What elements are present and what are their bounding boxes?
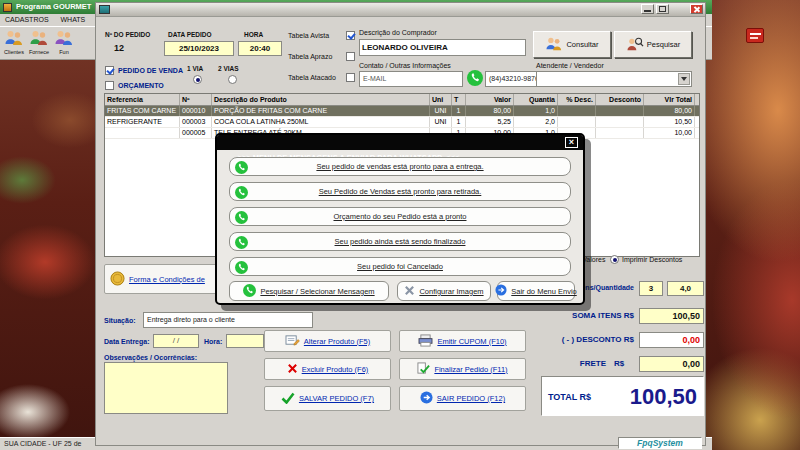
via2-label: 2 VIAS	[218, 65, 239, 72]
statusbar-text: SUA CIDADE - UF 25 de	[4, 440, 81, 447]
imprimir-descontos-label: Imprimir Descontos	[622, 256, 682, 264]
table-row[interactable]: FRITAS COM CARNE000010 PORÇÃO DE FRITAS …	[105, 106, 699, 117]
via2-radio[interactable]	[228, 75, 237, 84]
desktop-shortcut-glyph	[750, 33, 761, 35]
whatsapp-icon	[243, 284, 256, 299]
frete-currency-label: R$	[614, 359, 624, 368]
hora-entrega-field[interactable]	[226, 334, 264, 348]
tabela-avista-checkbox[interactable]	[346, 31, 355, 40]
forma-condicoes-button[interactable]: Forma e Condições de	[104, 264, 232, 294]
atendente-select[interactable]	[536, 71, 692, 87]
toolbar-fornecedores-button[interactable]: Fornece	[27, 29, 51, 59]
msg-orcamento-button[interactable]: Orçamento do seu Pedido está a pronto	[229, 207, 571, 226]
email-input[interactable]: E-MAIL	[359, 71, 463, 87]
soma-itens-field: 100,50	[639, 308, 704, 324]
coin-icon	[110, 271, 125, 288]
col-desc-pct: % Desc.	[558, 94, 596, 105]
window-system-icon	[99, 5, 110, 14]
col-t: T	[452, 94, 466, 105]
sair-pedido-label: SAIR PEDIDO (F12)	[437, 394, 505, 403]
whatsapp-icon[interactable]	[467, 70, 483, 90]
orcamento-label: ORÇAMENTO	[118, 82, 164, 90]
col-desconto: Desconto	[596, 94, 644, 105]
toolbar-clientes-button[interactable]: Clientes	[2, 29, 26, 59]
excluir-produto-button[interactable]: Excluir Produto (F6)	[264, 358, 391, 380]
menu-cadastros[interactable]: CADASTROS	[5, 16, 49, 23]
salvar-pedido-label: SALVAR PEDIDO (F7)	[299, 394, 374, 403]
forma-condicoes-label: Forma e Condições de	[129, 275, 205, 284]
imprimir-descontos-radio[interactable]	[610, 255, 619, 264]
tabela-atacado-checkbox[interactable]	[346, 73, 355, 82]
minimize-button[interactable]	[641, 4, 654, 14]
observacoes-textarea[interactable]	[104, 362, 228, 414]
staff-icon	[54, 29, 74, 48]
maximize-button[interactable]	[656, 4, 669, 14]
toolbar-fornecedores-label: Fornece	[29, 49, 49, 55]
data-pedido-label: DATA PEDIDO	[168, 31, 212, 38]
edit-card-icon	[285, 334, 300, 349]
pesquisar-button[interactable]: Pesquisar	[614, 31, 692, 58]
msg-cancelado-button[interactable]: Seu pedido foi Cancelado	[229, 257, 571, 276]
orcamento-checkbox[interactable]	[105, 81, 114, 90]
pesquisar-label: Pesquisar	[647, 40, 680, 49]
whatsapp-menu-modal: >>> MENU DE MENSAGENS A ENVIAR PARA WHAT…	[215, 133, 585, 305]
consultar-button[interactable]: Consultar	[533, 31, 611, 58]
brand-badge: FpqSystem	[618, 437, 702, 449]
salvar-pedido-button[interactable]: SALVAR PEDIDO (F7)	[264, 386, 391, 411]
hora-pedido-field[interactable]: 20:40	[238, 41, 282, 56]
tabela-atacado-label: Tabela Atacado	[288, 74, 336, 82]
close-button[interactable]	[690, 4, 703, 14]
msg-retirada-label: Seu Pedido de Vendas está pronto para re…	[319, 187, 482, 196]
alterar-produto-button[interactable]: Alterar Produto (F5)	[264, 330, 391, 352]
via1-radio[interactable]	[193, 75, 202, 84]
toolbar-clientes-label: Clientes	[4, 49, 24, 55]
modal-titlebar[interactable]: >>> MENU DE MENSAGENS A ENVIAR PARA WHAT…	[217, 135, 583, 150]
selecionar-mensagem-button[interactable]: Pesquisar / Selecionar Mensagem	[229, 281, 389, 301]
desconto-label: ( - ) DESCONTO R$	[496, 335, 634, 344]
data-pedido-field[interactable]: 25/10/2023	[164, 41, 234, 56]
pedido-window-titlebar[interactable]: TELA PEDIDO DE VENDAS / ORÇAMENTO <<<	[96, 3, 705, 17]
desktop-shortcut-icon[interactable]	[746, 28, 764, 43]
comprador-input[interactable]: LEONARDO OLIVEIRA	[359, 39, 526, 56]
msg-retirada-button[interactable]: Seu Pedido de Vendas está pronto para re…	[229, 182, 571, 201]
col-referencia: Referencia	[105, 94, 180, 105]
frete-field[interactable]: 0,00	[639, 356, 704, 372]
soma-itens-label: SOMA ITENS R$	[496, 311, 634, 320]
data-entrega-field[interactable]: / /	[153, 334, 199, 348]
chevron-down-icon[interactable]	[678, 73, 690, 85]
hora-entrega-label: Hora:	[204, 338, 222, 346]
selecionar-mensagem-label: Pesquisar / Selecionar Mensagem	[260, 287, 374, 296]
modal-close-icon[interactable]: ×	[565, 137, 578, 148]
msg-finalizado-button[interactable]: Seu pedido ainda está sendo finalizado	[229, 232, 571, 251]
menu-whats[interactable]: WHATS	[61, 16, 86, 23]
desconto-field[interactable]: 0,00	[639, 332, 704, 348]
finalizar-pedido-button[interactable]: Finalizar Pedido (F11)	[399, 358, 526, 380]
app-title: Programa GOURMET	[16, 2, 91, 11]
numero-pedido-label: Nº DO PEDIDO	[105, 31, 150, 38]
via1-label: 1 VIA	[187, 65, 203, 72]
msg-entrega-button[interactable]: Seu pedido de vendas está pronto para a …	[229, 157, 571, 176]
grid-header-row: Referencia Nº Descrição do Produto Uni T…	[105, 94, 699, 106]
delete-x-icon	[287, 363, 298, 376]
table-row[interactable]: REFRIGERANTE000003 COCA COLA LATINHA 250…	[105, 117, 699, 128]
col-descricao: Descrição do Produto	[212, 94, 430, 105]
tabela-aprazo-checkbox[interactable]	[346, 52, 355, 61]
situacao-select[interactable]: Entrega direto para o cliente	[143, 312, 313, 328]
printer-icon	[418, 334, 433, 349]
configurar-imagem-button[interactable]: Configurar Imagem	[397, 281, 491, 301]
sair-menu-envio-button[interactable]: Sair do Menu Envio	[497, 281, 575, 301]
pedido-venda-label: PEDIDO DE VENDA	[118, 67, 183, 75]
excluir-produto-label: Excluir Produto (F6)	[302, 365, 369, 374]
desktop-shortcut-glyph2	[750, 37, 758, 39]
suppliers-icon	[29, 29, 49, 48]
sair-pedido-button[interactable]: SAIR PEDIDO (F12)	[399, 386, 526, 411]
total-label: TOTAL R$	[548, 392, 591, 402]
col-numero: Nº	[180, 94, 212, 105]
whatsapp-icon	[235, 261, 248, 280]
atendente-label: Atendente / Vendedor	[536, 62, 604, 70]
whatsapp-icon	[235, 236, 248, 255]
exit-arrow-icon	[495, 284, 507, 298]
exit-arrow-icon	[420, 391, 433, 406]
pedido-venda-checkbox[interactable]	[105, 66, 114, 75]
toolbar-funcionarios-button[interactable]: Fun	[52, 29, 76, 59]
